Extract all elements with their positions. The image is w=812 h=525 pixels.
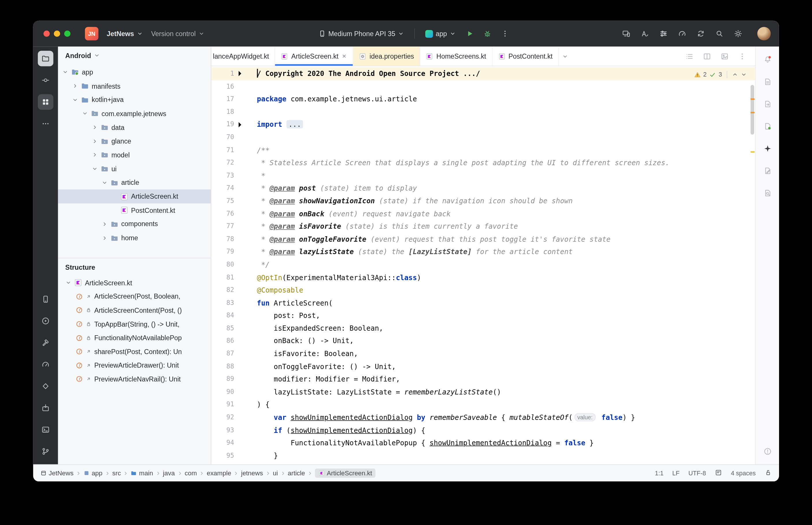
device-selector[interactable]: Medium Phone API 35 <box>314 26 408 42</box>
structure-item-articlescreen[interactable]: fArticleScreen(Post, Boolean, <box>58 290 211 303</box>
chevron-right-icon[interactable] <box>92 152 98 158</box>
breadcrumb-main[interactable]: main <box>131 469 153 477</box>
project-tree-item-components[interactable]: components <box>58 217 211 231</box>
gemini-button[interactable] <box>760 141 775 156</box>
chevron-right-icon[interactable] <box>101 235 108 241</box>
device-mirroring-button[interactable] <box>618 26 634 42</box>
chevron-down-icon[interactable] <box>82 110 88 117</box>
chevron-down-icon[interactable] <box>72 97 78 103</box>
device-file-explorer-button[interactable] <box>760 96 775 112</box>
editor-scrollbar[interactable] <box>749 66 755 464</box>
code-line-93[interactable]: 93 if (showUnimplementedActionDialog) { <box>211 424 755 436</box>
breadcrumb-ui[interactable]: ui <box>273 469 278 477</box>
warning-stripe-mark[interactable] <box>751 151 754 152</box>
close-icon[interactable] <box>342 54 347 59</box>
debug-button[interactable] <box>480 26 495 42</box>
structure-item-sharepost[interactable]: fsharePost(Post, Context): Un <box>58 345 211 359</box>
chevron-down-icon[interactable] <box>92 166 98 172</box>
chevron-down-icon[interactable] <box>62 69 69 75</box>
breadcrumb-java[interactable]: java <box>163 469 175 477</box>
code-line-84[interactable]: 84 post: Post, <box>211 309 755 322</box>
status-indent-style[interactable]: 4 spaces <box>731 469 756 477</box>
code-line-81[interactable]: 81@OptIn(ExperimentalMaterial3Api::class… <box>211 271 755 284</box>
code-line-77[interactable]: 77 * @param isFavorite (state) is this i… <box>211 220 755 233</box>
structure-header[interactable]: Structure <box>58 258 211 276</box>
fold-chevron-icon[interactable] <box>234 118 245 131</box>
code-line-80[interactable]: 80 */ <box>211 258 755 271</box>
resource-manager-button[interactable] <box>38 94 54 110</box>
status-editor-config[interactable] <box>715 469 722 477</box>
status-line-separator[interactable]: LF <box>673 469 680 477</box>
chevron-down-icon[interactable] <box>65 280 72 286</box>
code-line-75[interactable]: 75 * @param showNavigationIcon (state) i… <box>211 195 755 207</box>
project-tree-item-com-example-jetnews[interactable]: com.example.jetnews <box>58 107 211 120</box>
vcs-menu[interactable]: Version control <box>147 26 209 42</box>
code-line-73[interactable]: 73 * <box>211 169 755 182</box>
tab-lanceappwidget-kt[interactable]: lanceAppWidget.kt <box>211 46 275 65</box>
code-line-90[interactable]: 90 lazyListState: LazyListState = rememb… <box>211 386 755 398</box>
settings-button[interactable] <box>730 26 746 42</box>
breadcrumb-articlescreen-kt[interactable]: ArticleScreen.kt <box>315 468 376 478</box>
tab-idea-properties[interactable]: idea.properties <box>353 46 420 65</box>
chevron-right-icon[interactable] <box>101 221 108 227</box>
project-tree-item-kotlin-java[interactable]: kotlin+java <box>58 93 211 107</box>
code-line-18[interactable]: 18 <box>211 105 755 118</box>
chevron-right-icon[interactable] <box>92 138 98 145</box>
version-control-button[interactable] <box>38 444 54 459</box>
code-line-89[interactable]: 89 modifier: Modifier = Modifier, <box>211 373 755 386</box>
status-readonly-toggle[interactable] <box>765 469 772 477</box>
close-window-button[interactable] <box>44 31 50 37</box>
project-tree-item-app[interactable]: app <box>58 65 211 79</box>
code-line-92[interactable]: 92 var showUnimplementedActionDialog by … <box>211 411 755 424</box>
app-inspection-button[interactable] <box>38 378 54 394</box>
code-line-95[interactable]: 95 } <box>211 449 755 462</box>
warning-stripe-mark[interactable] <box>751 99 754 100</box>
code-line-94[interactable]: 94 FunctionalityNotAvailablePopup { show… <box>211 436 755 449</box>
more-run-actions-button[interactable] <box>497 26 513 42</box>
structure-item-articlescreencontent[interactable]: fArticleScreenContent(Post, () <box>58 303 211 317</box>
split-editor-button[interactable] <box>699 48 715 64</box>
tab-list-dropdown[interactable] <box>559 46 571 65</box>
structure-item-previewarticlenavrail[interactable]: fPreviewArticleNavRail(): Unit <box>58 372 211 386</box>
run-configuration-selector[interactable]: app <box>421 26 460 42</box>
app-quality-insights-button[interactable] <box>760 185 775 201</box>
project-button[interactable] <box>38 51 54 66</box>
search-button[interactable] <box>712 26 727 42</box>
code-line-76[interactable]: 76 * @param onBack (event) request navig… <box>211 207 755 220</box>
chevron-down-icon[interactable] <box>101 180 108 186</box>
display-sliders-button[interactable] <box>656 26 671 42</box>
code-line-16[interactable]: 16 <box>211 80 755 93</box>
code-line-1[interactable]: 1/ Copyright 2020 The Android Open Sourc… <box>211 67 755 80</box>
breadcrumb-article[interactable]: article <box>288 469 305 477</box>
user-avatar[interactable] <box>757 27 771 41</box>
tab-postcontent-kt[interactable]: PostContent.kt <box>492 46 559 65</box>
project-tree-item-manifests[interactable]: manifests <box>58 79 211 93</box>
code-line-74[interactable]: 74 * @param post (state) item to display <box>211 182 755 195</box>
editor-more-button[interactable] <box>735 48 750 64</box>
editor-list-button[interactable] <box>682 48 697 64</box>
code-line-87[interactable]: 87 isFavorite: Boolean, <box>211 347 755 360</box>
chevron-right-icon[interactable] <box>92 124 98 131</box>
project-tree-item-articlescreen-kt[interactable]: ArticleScreen.kt <box>58 190 211 203</box>
breadcrumb-jetnews[interactable]: JetNews <box>41 469 74 477</box>
running-devices-button[interactable] <box>38 313 54 329</box>
inspections-widget[interactable]: 2 3 <box>694 69 747 81</box>
minimize-window-button[interactable] <box>54 31 60 37</box>
code-line-70[interactable]: 70 <box>211 131 755 144</box>
more-tools-button[interactable] <box>38 116 54 132</box>
device-manager-button[interactable] <box>38 291 54 307</box>
problems-button[interactable] <box>760 444 775 459</box>
project-tree-item-model[interactable]: model <box>58 148 211 162</box>
breadcrumb-jetnews[interactable]: jetnews <box>241 469 263 477</box>
project-tree-item-glance[interactable]: glance <box>58 134 211 148</box>
structure-item-functionalitynotavailablepop[interactable]: fFunctionalityNotAvailablePop <box>58 331 211 345</box>
profiler-button[interactable] <box>675 26 690 42</box>
logcat-button[interactable] <box>760 74 775 90</box>
device-explorer-button[interactable] <box>38 400 54 416</box>
structure-item-previewarticledrawer[interactable]: fPreviewArticleDrawer(): Unit <box>58 358 211 372</box>
terminal-button[interactable] <box>38 422 54 437</box>
chevron-right-icon[interactable] <box>72 83 78 89</box>
code-line-19[interactable]: 19import ... <box>211 118 755 131</box>
code-line-78[interactable]: 78 * @param onToggleFavorite (event) req… <box>211 233 755 245</box>
breadcrumb-src[interactable]: src <box>113 469 121 477</box>
